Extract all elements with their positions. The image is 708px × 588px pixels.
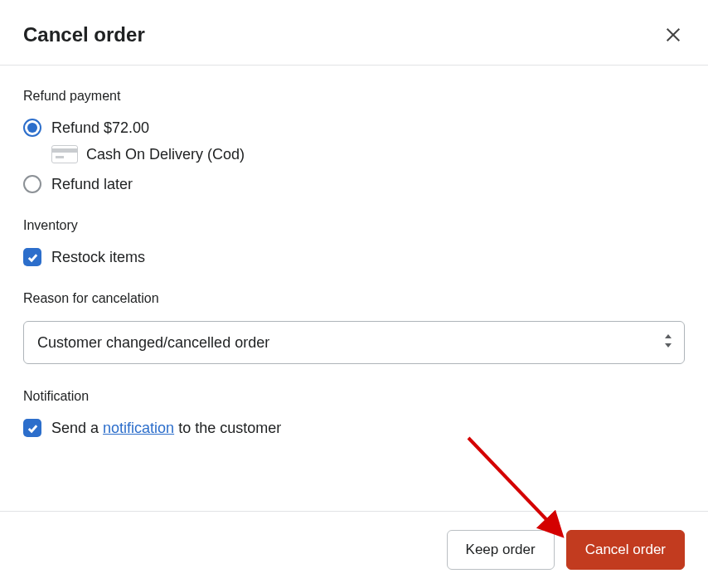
reason-section-label: Reason for cancelation xyxy=(23,291,685,306)
reason-select[interactable]: Customer changed/cancelled order xyxy=(23,321,685,364)
inventory-section-label: Inventory xyxy=(23,218,685,233)
radio-dot-icon xyxy=(27,123,37,133)
refund-now-label: Refund $72.00 xyxy=(51,119,149,137)
cancel-order-button[interactable]: Cancel order xyxy=(566,530,685,570)
notification-link[interactable]: notification xyxy=(103,420,174,436)
refund-later-label: Refund later xyxy=(51,176,133,193)
payment-method-row: Cash On Delivery (Cod) xyxy=(51,145,685,163)
refund-section-label: Refund payment xyxy=(23,89,685,104)
reason-select-wrap: Customer changed/cancelled order xyxy=(23,321,685,364)
cancel-order-modal: Cancel order Refund payment Refund $72.0… xyxy=(0,0,708,588)
checkbox-checked-icon xyxy=(23,419,41,437)
refund-later-option[interactable]: Refund later xyxy=(23,175,685,193)
refund-now-option[interactable]: Refund $72.00 xyxy=(23,119,685,137)
radio-icon xyxy=(23,119,41,137)
send-notification-label: Send a notification to the customer xyxy=(51,420,281,437)
modal-body: Refund payment Refund $72.00 Cash On Del… xyxy=(0,66,708,511)
keep-order-button[interactable]: Keep order xyxy=(447,530,555,570)
modal-header: Cancel order xyxy=(0,0,708,66)
restock-checkbox-row[interactable]: Restock items xyxy=(23,248,685,266)
notification-prefix: Send a xyxy=(51,420,103,436)
payment-method-text: Cash On Delivery (Cod) xyxy=(86,146,245,163)
restock-label: Restock items xyxy=(51,249,145,266)
radio-icon xyxy=(23,175,41,193)
close-button[interactable] xyxy=(662,23,685,46)
send-notification-row[interactable]: Send a notification to the customer xyxy=(23,419,685,437)
modal-title: Cancel order xyxy=(23,23,145,46)
payment-card-icon xyxy=(51,145,78,163)
notification-section-label: Notification xyxy=(23,389,685,404)
close-icon xyxy=(664,26,682,44)
notification-suffix: to the customer xyxy=(174,420,281,436)
checkbox-checked-icon xyxy=(23,248,41,266)
reason-selected-value: Customer changed/cancelled order xyxy=(37,334,269,352)
modal-footer: Keep order Cancel order xyxy=(0,511,708,588)
